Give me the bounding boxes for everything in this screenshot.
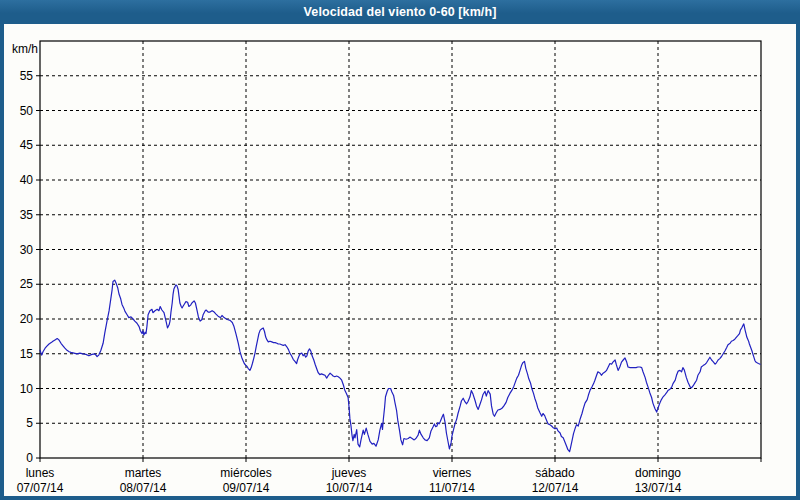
x-date-label: 12/07/14 <box>532 481 579 495</box>
wind-speed-chart: 0510152025303540455055km/hlunes07/07/14m… <box>0 0 800 500</box>
x-day-label: miércoles <box>220 466 271 480</box>
x-day-label: lunes <box>26 466 55 480</box>
x-day-label: martes <box>125 466 162 480</box>
x-date-label: 08/07/14 <box>120 481 167 495</box>
x-day-label: viernes <box>433 466 472 480</box>
x-date-label: 13/07/14 <box>635 481 682 495</box>
y-tick-label: 0 <box>26 451 33 465</box>
y-tick-label: 15 <box>20 347 34 361</box>
y-tick-label: 40 <box>20 173 34 187</box>
app-window: Velocidad del viento 0-60 [km/h] 0510152… <box>0 0 800 500</box>
x-day-label: jueves <box>331 466 367 480</box>
x-date-label: 10/07/14 <box>326 481 373 495</box>
x-date-label: 11/07/14 <box>429 481 475 495</box>
y-tick-label: 10 <box>20 382 34 396</box>
y-tick-label: 5 <box>26 416 33 430</box>
x-date-label: 07/07/14 <box>17 481 64 495</box>
y-tick-label: 50 <box>20 104 34 118</box>
y-tick-label: 25 <box>20 277 34 291</box>
x-day-label: domingo <box>635 466 681 480</box>
x-date-label: 09/07/14 <box>223 481 270 495</box>
y-axis-unit-label: km/h <box>12 42 38 56</box>
y-tick-label: 20 <box>20 312 34 326</box>
y-tick-label: 35 <box>20 208 34 222</box>
y-tick-label: 45 <box>20 138 34 152</box>
y-tick-label: 55 <box>20 69 34 83</box>
wind-speed-line <box>40 280 760 452</box>
y-tick-label: 30 <box>20 243 34 257</box>
x-day-label: sábado <box>535 466 575 480</box>
